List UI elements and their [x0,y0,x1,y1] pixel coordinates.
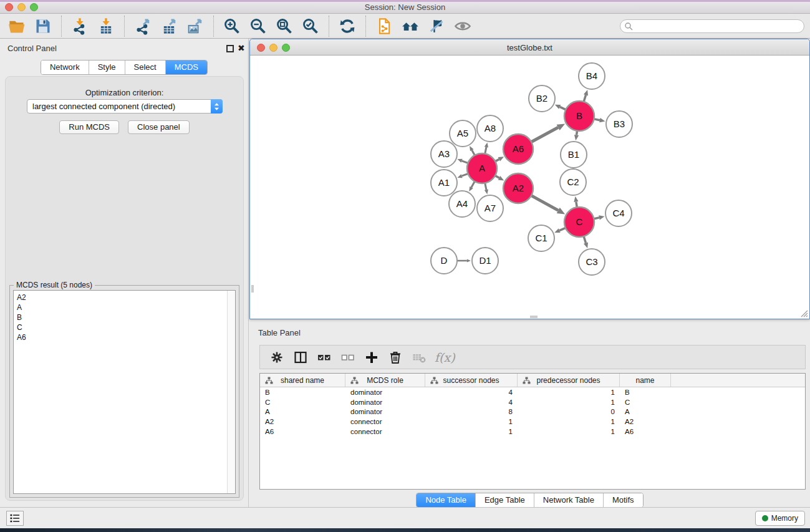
edge-A2-C[interactable] [530,195,565,215]
node-A[interactable]: A [467,153,497,183]
tab-motifs[interactable]: Motifs [604,493,643,507]
mcds-result-item[interactable]: A6 [17,332,235,342]
node-B4[interactable]: B4 [579,63,605,89]
tab-select[interactable]: Select [125,60,166,74]
node-C[interactable]: C [564,207,594,237]
home-button[interactable] [400,16,421,37]
mcds-result-item[interactable]: B [17,312,235,322]
mcds-result-item[interactable]: C [17,322,235,332]
refresh-button[interactable] [337,16,358,37]
result-list-scrollbar[interactable] [227,291,235,493]
column-header-name[interactable]: name [620,374,671,387]
node-C1[interactable]: C1 [528,225,554,251]
node-A6[interactable]: A6 [503,134,533,164]
cell-name: A [620,408,671,415]
search-field[interactable] [634,21,804,32]
column-header-MCDS-role[interactable]: MCDS role [345,374,425,387]
criterion-dropdown[interactable]: largest connected component (directed) [27,99,223,114]
svg-text:B3: B3 [614,118,625,129]
node-B2[interactable]: B2 [529,85,555,112]
node-D[interactable]: D [431,248,457,274]
gear-button[interactable] [267,347,287,367]
import-network-button[interactable] [69,16,90,37]
node-C3[interactable]: C3 [579,249,605,275]
tab-edge-table[interactable]: Edge Table [476,493,534,507]
node-B3[interactable]: B3 [606,111,632,137]
node-A1[interactable]: A1 [431,170,457,196]
edge-D-D1[interactable] [456,259,471,262]
uncheck-boxes-button[interactable] [338,347,358,367]
node-A5[interactable]: A5 [450,120,476,147]
edge-C-C3[interactable] [584,235,588,248]
column-header-successor-nodes[interactable]: successor nodes [425,374,518,387]
delete-table-button[interactable] [409,347,429,367]
columns-button[interactable] [291,347,311,367]
node-table[interactable]: shared nameMCDS rolesuccessor nodesprede… [259,373,806,490]
zoom-in-icon [223,17,241,35]
import-table-button[interactable] [95,16,117,37]
edge-A6-B[interactable] [530,123,565,142]
tab-node-table[interactable]: Node Table [417,493,476,507]
node-B[interactable]: B [564,101,594,131]
task-history-button[interactable] [6,511,24,526]
resize-grip-icon[interactable] [800,309,808,317]
mcds-result-item[interactable]: A2 [17,293,235,302]
svg-text:B1: B1 [568,149,579,160]
check-boxes-button[interactable] [314,347,334,367]
table-row[interactable]: Adominator80A [260,407,805,417]
table-row[interactable]: A2connector11A2 [260,417,805,427]
close-panel-button[interactable]: Close panel [128,120,190,134]
network-graph[interactable]: B4B2BB3A5A8A6A3B1AC2A1A2A4A7C4CC1DD1C3 [251,56,809,319]
export-table-button[interactable] [158,16,180,37]
table-row[interactable]: Bdominator41B [260,387,805,397]
tab-style[interactable]: Style [89,60,125,74]
node-A3[interactable]: A3 [431,141,457,167]
tab-mcds[interactable]: MCDS [166,60,207,74]
zoom-selected-button[interactable] [300,16,321,37]
memory-button[interactable]: Memory [755,511,805,526]
column-type-icon [430,377,438,384]
float-panel-icon[interactable] [226,45,234,52]
column-header-shared-name[interactable]: shared name [260,374,345,387]
node-A2[interactable]: A2 [503,173,533,203]
tab-network[interactable]: Network [41,60,89,74]
run-mcds-button[interactable]: Run MCDS [59,120,119,134]
search-input[interactable] [620,19,804,33]
desktop-background-strip [0,528,810,532]
open-folder-button[interactable] [6,16,27,37]
export-network-button[interactable] [132,16,153,37]
graphics-details-button[interactable] [426,16,447,37]
mcds-result-list[interactable]: A2ABCA6 [13,290,236,494]
node-C4[interactable]: C4 [605,200,632,226]
function-builder-button[interactable]: f(x) [435,351,455,364]
zoom-in-button[interactable] [221,16,243,37]
mcds-result-groupbox: MCDS result (5 nodes) A2ABCA6 [9,285,239,498]
node-B1[interactable]: B1 [561,142,587,168]
network-canvas[interactable]: B4B2BB3A5A8A6A3B1AC2A1A2A4A7C4CC1DD1C3 [251,56,809,319]
search-icon [624,22,634,31]
control-panel-title: Control Panel [7,44,57,53]
new-network-file-button[interactable] [374,16,395,37]
export-image-button[interactable] [185,16,206,37]
zoom-fit-button[interactable] [274,16,295,37]
node-A8[interactable]: A8 [477,115,503,142]
mcds-result-item[interactable]: A [17,302,235,312]
table-row[interactable]: Cdominator41C [260,397,805,407]
close-panel-icon[interactable]: ✖ [238,43,245,53]
node-A4[interactable]: A4 [449,191,475,217]
node-D1[interactable]: D1 [472,248,498,274]
node-A7[interactable]: A7 [477,195,503,221]
node-C2[interactable]: C2 [560,169,586,195]
save-button[interactable] [32,16,54,37]
tab-network-table[interactable]: Network Table [534,493,604,507]
table-toolbar: f(x) [259,345,806,369]
eye-button[interactable] [452,16,473,37]
trash-button[interactable] [385,347,405,367]
edge-B-B4[interactable] [584,90,588,103]
cell-MCDS-role: dominator [345,399,425,406]
plus-button[interactable] [362,347,382,367]
network-window-titlebar[interactable]: testGlobe.txt [250,39,809,56]
zoom-out-button[interactable] [248,16,269,37]
column-header-predecessor-nodes[interactable]: predecessor nodes [518,374,620,387]
table-row[interactable]: A6connector11A6 [260,427,805,437]
